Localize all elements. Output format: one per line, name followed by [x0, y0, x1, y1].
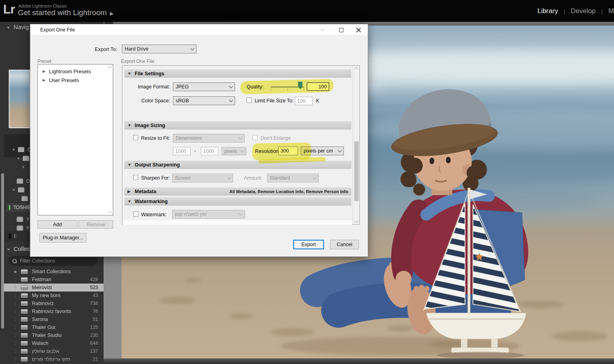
drag-handle-icon [14, 341, 21, 345]
sharpen-for-dropdown[interactable]: Screen [172, 174, 233, 182]
collection-icon [21, 341, 28, 346]
dont-enlarge-checkbox[interactable] [253, 135, 258, 140]
collection-row[interactable]: My new born43 [4, 292, 104, 299]
watermark-checkbox[interactable] [133, 211, 138, 217]
folder-row[interactable]: ▼ [22, 164, 27, 171]
panel-scrollbar[interactable] [1, 173, 4, 329]
sharpen-for-checkbox[interactable] [133, 175, 138, 180]
preset-list: ▶Lightroom Presets ▶User Presets [37, 64, 113, 215]
collection-row[interactable]: חזקי גרינפלד פורים21 [4, 355, 104, 363]
collections-header[interactable]: ▼Collec [6, 245, 30, 252]
dialog-title: Export One File [40, 27, 75, 33]
expander-icon: ▼ [22, 165, 25, 169]
drag-handle-icon [14, 286, 21, 290]
drag-handle-icon [14, 294, 21, 297]
folder-row[interactable]: ▼D [12, 146, 31, 153]
chevron-down-icon [229, 84, 233, 88]
add-button[interactable]: Add [37, 220, 77, 229]
folder-row[interactable]: Y [17, 216, 29, 223]
image-format-dropdown[interactable]: JPEG [173, 82, 235, 91]
scroll-down-icon[interactable] [355, 219, 358, 222]
limit-file-size-input[interactable]: 100 [295, 97, 312, 105]
quality-slider-thumb[interactable] [298, 82, 302, 89]
export-button[interactable]: Export [293, 240, 324, 249]
resolution-input[interactable]: 300 [278, 147, 298, 155]
preset-user-presets[interactable]: ▶User Presets [38, 76, 113, 84]
folder-row[interactable]: ▼ [12, 186, 27, 194]
lightroom-app: Lr Adobe Lightroom Classic Get started w… [0, 0, 614, 364]
collection-row[interactable]: Rabinoviz favorits76 [4, 307, 104, 315]
chevron-down-icon [239, 135, 243, 139]
tab-map-clipped[interactable]: M [608, 7, 614, 15]
drive-toshiba[interactable]: TOSHIB [6, 202, 31, 213]
drive-i[interactable]: I: [6, 231, 31, 241]
drag-handle-icon [14, 317, 21, 321]
collection-icon [21, 301, 28, 306]
color-space-dropdown[interactable]: sRGB [173, 96, 235, 105]
filter-collections-input[interactable]: Filter Collections [9, 256, 97, 266]
folder-icon [23, 157, 29, 161]
search-icon [12, 259, 17, 263]
section-metadata[interactable]: ▶MetadataAll Metadata, Remove Location I… [124, 187, 351, 196]
drag-handle-icon [14, 349, 21, 353]
folder-icon [17, 179, 23, 184]
section-watermarking[interactable]: ▼Watermarking [124, 197, 351, 205]
quality-input[interactable]: 100 [307, 82, 329, 91]
folder-icon [18, 148, 24, 152]
collection-row[interactable]: Feldman428 [4, 276, 104, 284]
amount-dropdown[interactable]: Standard [267, 174, 319, 182]
limit-file-size-checkbox[interactable] [247, 98, 252, 103]
collection-row[interactable]: Thaler Out125 [4, 323, 104, 331]
scroll-up-icon[interactable] [355, 68, 358, 70]
collection-row[interactable]: Sarona51 [4, 315, 104, 323]
tab-develop[interactable]: Develop [571, 7, 596, 15]
collapse-icon: ▼ [128, 162, 135, 167]
collection-row[interactable]: אלבום שחולק137 [4, 347, 104, 355]
collection-row-selected[interactable]: Meirovizt523 [4, 284, 104, 292]
export-to-dropdown[interactable]: Hard Drive [122, 45, 196, 53]
expander-icon: ▼ [17, 157, 20, 160]
expander-icon[interactable]: ▶ [43, 78, 45, 82]
folder-row[interactable]: D [17, 178, 30, 185]
section-output-sharpening[interactable]: ▼Output Sharpening [124, 160, 351, 169]
resolution-unit-dropdown[interactable]: pixels per cm [301, 147, 344, 155]
resize-to-fit-checkbox[interactable] [133, 135, 138, 140]
module-nav: Library | Develop | M [537, 7, 614, 15]
plugin-manager-button[interactable]: Plug-in Manager... [39, 233, 86, 243]
navigator-thumbnail[interactable] [9, 70, 30, 128]
resize-mode-dropdown[interactable]: Dimensions [173, 134, 245, 143]
metadata-summary: All Metadata, Remove Location Info, Remo… [230, 189, 348, 194]
folder-icon [22, 197, 28, 201]
collection-row[interactable]: Walach644 [4, 339, 104, 347]
watermark-dropdown[interactable]: ימין למעלה קטן [172, 210, 245, 219]
brand-line-large: Get started with Lightroom▶ [18, 8, 114, 17]
width-input[interactable]: 1000 [173, 147, 190, 155]
section-image-sizing[interactable]: ▼Image Sizing [124, 121, 351, 129]
scroll-down-icon[interactable] [108, 210, 111, 213]
section-file-settings[interactable]: ▼File Settings [124, 69, 351, 78]
settings-scrollbar[interactable] [353, 66, 359, 224]
maximize-button[interactable] [335, 26, 347, 34]
drag-handle-icon [14, 325, 21, 329]
preset-lightroom-presets[interactable]: ▶Lightroom Presets [38, 67, 113, 76]
dialog-titlebar[interactable]: Export One File [30, 24, 368, 35]
cancel-button[interactable]: Cancel [330, 240, 359, 249]
minimize-button[interactable] [316, 26, 329, 34]
scrollbar-thumb[interactable] [354, 141, 359, 201]
tab-library[interactable]: Library [537, 7, 558, 15]
height-input[interactable]: 1000 [201, 147, 218, 155]
collection-row[interactable]: Rabinoviz734 [4, 299, 104, 307]
expander-icon[interactable]: ▶ [14, 270, 21, 274]
play-icon: ▶ [110, 11, 114, 16]
collection-row[interactable]: Thaler Studio230 [4, 331, 104, 339]
collection-smart[interactable]: ▶Smart Collections [4, 268, 104, 276]
limit-file-size-label: Limit File Size To: [255, 98, 294, 104]
navigator-header[interactable]: ▼Navig [6, 23, 29, 30]
size-unit-dropdown[interactable]: pixels [222, 147, 246, 155]
close-icon[interactable] [352, 26, 365, 34]
dont-enlarge-label: Don't Enlarge [261, 135, 290, 141]
scroll-up-icon[interactable] [108, 67, 111, 70]
drag-handle-icon [14, 301, 21, 305]
remove-button[interactable]: Remove [78, 220, 113, 229]
expander-icon[interactable]: ▶ [43, 69, 45, 73]
